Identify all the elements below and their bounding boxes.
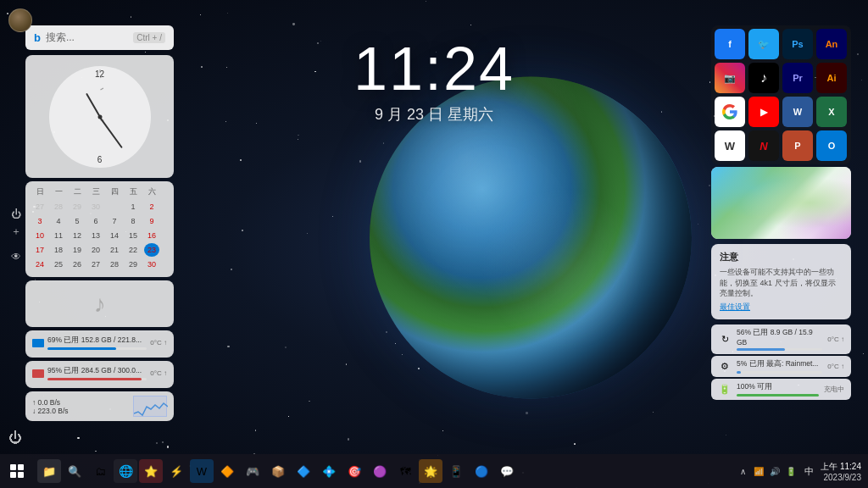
taskbar-icon-16[interactable]: 📱 [444, 459, 468, 483]
tray-battery[interactable]: 🔋 [784, 464, 798, 478]
app-premiere[interactable]: Pr [782, 63, 813, 93]
taskbar-icon-5[interactable]: ⚡ [164, 459, 188, 483]
eye-icon[interactable]: 👁 [7, 247, 25, 266]
ram-text: 56% 已用 8.9 GB / 15.9 GB [737, 328, 822, 347]
taskbar-icon-7[interactable]: 🔶 [215, 459, 239, 483]
cpu-info: 5% 已用 最高: Rainmet... [737, 359, 822, 374]
taskbar-icon-6[interactable]: W [190, 459, 214, 483]
tray-network[interactable]: 📶 [752, 464, 765, 478]
taskbar-date-text: 2023/9/23 [821, 473, 861, 482]
taskbar-files[interactable]: 🗂 [88, 459, 112, 483]
left-side-panel: ＋ 👁 ⏻ [7, 222, 25, 266]
language-indicator[interactable]: 中 [801, 465, 817, 478]
app-outlook[interactable]: O [816, 130, 847, 161]
app-google[interactable] [715, 97, 745, 127]
taskbar-icon-18[interactable]: 💬 [495, 459, 519, 483]
taskbar-explorer[interactable]: 📁 [37, 459, 61, 483]
storage-c-temp: 0°C ↑ [150, 339, 167, 347]
cal-row-3: 17 18 19 20 21 22 23 [32, 243, 167, 257]
storage-d-bar-fill [47, 378, 142, 380]
ram-info: 56% 已用 8.9 GB / 15.9 GB [737, 328, 822, 351]
win11-panel [711, 167, 851, 239]
taskbar-icon-11[interactable]: 💠 [317, 459, 341, 483]
app-instagram[interactable]: 📷 [715, 63, 745, 93]
cpu-text: 5% 已用 最高: Rainmet... [737, 359, 822, 369]
music-note-icon: ♪ [94, 291, 106, 318]
cal-row-0: 27 28 29 30 1 2 [32, 200, 167, 214]
app-twitter[interactable]: 🐦 [748, 29, 779, 59]
ram-icon: ↻ [718, 334, 732, 345]
storage-c-bar-fill [47, 347, 116, 350]
taskbar-icon-8[interactable]: 🎮 [241, 459, 264, 483]
add-icon[interactable]: ＋ [7, 222, 25, 241]
network-upload: ↑ 0.0 B/s [32, 398, 130, 407]
taskbar-right: ∧ 📶 🔊 🔋 中 上午 11:24 2023/9/23 [736, 461, 868, 482]
app-powerpoint[interactable]: P [782, 130, 813, 161]
app-wikipedia[interactable]: W [715, 130, 745, 161]
taskbar-icon-10[interactable]: 🔷 [292, 459, 315, 483]
left-panel: b 搜索... Ctrl + / 12 6 日 一 二 三 [25, 25, 174, 421]
start-button[interactable] [0, 454, 34, 488]
search-placeholder: 搜索... [46, 30, 128, 45]
taskbar-icon-13[interactable]: 🟣 [368, 459, 392, 483]
app-excel[interactable]: X [816, 97, 847, 127]
search-bar[interactable]: b 搜索... Ctrl + / [25, 25, 174, 50]
media-widget: ♪ [25, 280, 174, 327]
taskbar-icons: 📁 🔍 🗂 🌐 ⭐ ⚡ W 🔶 🎮 📦 🔷 💠 🎯 🟣 🗺 🌟 📱 🔵 💬 [34, 459, 736, 483]
taskbar-browser[interactable]: 🌐 [114, 459, 137, 483]
taskbar-icon-17[interactable]: 🔵 [470, 459, 493, 483]
notice-panel: 注意 一些设备可能不支持其中的一些功能，切换至 4k1 尺寸后，将仅显示亮量控制… [711, 244, 851, 319]
ram-bar [737, 348, 785, 351]
user-avatar[interactable] [8, 8, 32, 32]
battery-bar [737, 394, 819, 396]
sys-card-battery: 🔋 100% 可用 充电中 [711, 379, 851, 400]
power-icon[interactable]: ⏻ [7, 205, 25, 224]
taskbar-icon-12[interactable]: 🎯 [342, 459, 366, 483]
app-youtube[interactable]: ▶ [748, 97, 779, 127]
center-clock: 11:24 9 月 23 日 星期六 [353, 38, 515, 125]
minute-hand [99, 116, 123, 147]
earth-globe [370, 76, 692, 398]
storage-c-info: 69% 已用 152.8 GB / 221.8... [47, 336, 147, 350]
hdd-icon [32, 339, 44, 347]
battery-info: 100% 可用 [737, 382, 819, 396]
clock-face: 12 6 [49, 66, 151, 168]
sys-cards: ↻ 56% 已用 8.9 GB / 15.9 GB 0°C ↑ ⚙ 5% 已用 … [711, 324, 851, 400]
right-panel: f 🐦 Ps An 📷 ♪ Pr Ai ▶ W X W N P O 注意 一些设… [711, 25, 851, 400]
power-button[interactable]: ⏻ [8, 430, 22, 446]
tray-arrow[interactable]: ∧ [736, 464, 749, 478]
taskbar-clock[interactable]: 上午 11:24 2023/9/23 [821, 461, 861, 482]
taskbar-icon-9[interactable]: 📦 [266, 459, 290, 483]
app-netflix[interactable]: N [748, 130, 779, 161]
app-animate[interactable]: An [816, 29, 847, 59]
sys-card-ram: ↻ 56% 已用 8.9 GB / 15.9 GB 0°C ↑ [711, 324, 851, 354]
cpu-icon: ⚙ [718, 361, 732, 372]
tray-volume[interactable]: 🔊 [768, 464, 782, 478]
hour-hand [86, 92, 101, 117]
digital-time: 11:24 [353, 38, 515, 99]
calendar-header: 日 一 二 三 四 五 六 [32, 186, 167, 197]
taskbar-time-text: 上午 11:24 [821, 461, 861, 473]
storage-d-bar-bg [47, 378, 147, 380]
app-word[interactable]: W [782, 97, 813, 127]
taskbar-search[interactable]: 🔍 [63, 459, 86, 483]
app-tiktok[interactable]: ♪ [748, 63, 779, 93]
taskbar-icon-15[interactable]: 🌟 [419, 459, 442, 483]
notice-link[interactable]: 最佳设置 [720, 302, 843, 313]
app-photoshop[interactable]: Ps [782, 29, 813, 59]
battery-icon: 🔋 [718, 384, 732, 395]
app-icon-grid: f 🐦 Ps An 📷 ♪ Pr Ai ▶ W X W N P O [711, 25, 851, 164]
system-tray: ∧ 📶 🔊 🔋 [736, 464, 798, 478]
bing-icon: b [34, 31, 41, 44]
app-facebook[interactable]: f [715, 29, 745, 59]
taskbar-icon-14[interactable]: 🗺 [393, 459, 417, 483]
storage-widget-c: 69% 已用 152.8 GB / 221.8... 0°C ↑ [25, 330, 174, 358]
cpu-right: 0°C ↑ [827, 363, 844, 370]
win11-swirl [711, 167, 851, 239]
cal-row-2: 10 11 12 13 14 15 16 [32, 229, 167, 242]
sys-card-cpu: ⚙ 5% 已用 最高: Rainmet... 0°C ↑ [711, 356, 851, 377]
app-illustrator[interactable]: Ai [816, 63, 847, 93]
notice-title: 注意 [720, 251, 843, 263]
search-shortcut: Ctrl + / [133, 32, 165, 43]
taskbar-icon-4[interactable]: ⭐ [139, 459, 163, 483]
